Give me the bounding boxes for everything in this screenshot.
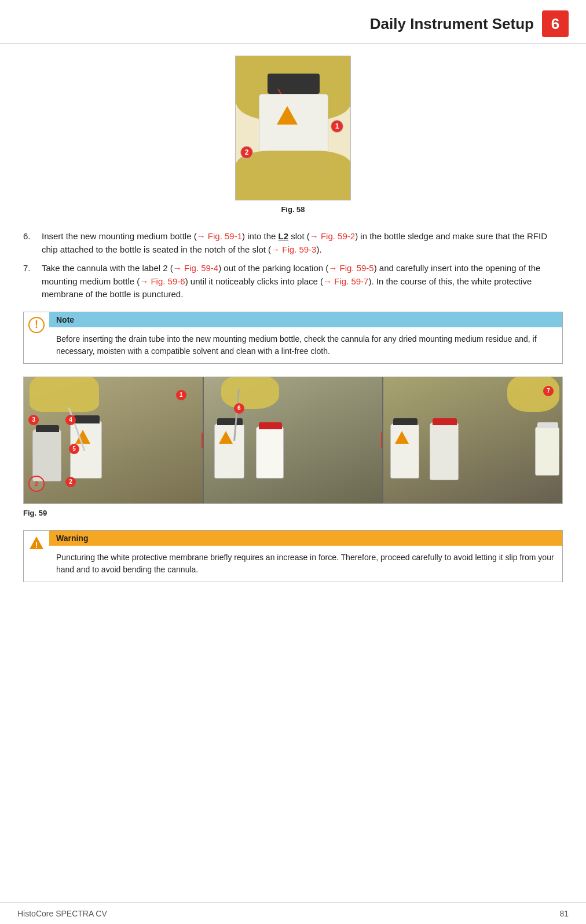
label-7-p3: 7 <box>543 386 554 396</box>
bottle-cap-p3m <box>433 418 457 425</box>
step-7-number: 7. <box>23 262 42 301</box>
glove-p2 <box>221 377 279 409</box>
glove-p1 <box>30 377 99 412</box>
warning-icon-column: ! <box>24 531 49 582</box>
label-2-badge: 2 <box>240 146 253 159</box>
svg-text:!: ! <box>35 540 38 550</box>
bottle-p3-left <box>390 423 419 479</box>
bottle-p3-mid <box>430 422 459 480</box>
bottle-p3-right <box>535 426 559 476</box>
bottle-p2-left <box>214 423 244 479</box>
bottle-cap-p1l <box>36 425 59 432</box>
page-header: Daily Instrument Setup 6 <box>0 0 586 44</box>
chapter-badge: 6 <box>542 10 569 37</box>
bottle-cap-p2r <box>259 422 282 429</box>
instruction-steps: 6. Insert the new mounting medium bottle… <box>23 230 563 301</box>
bottle-cap-p2l <box>217 418 243 425</box>
bottle-p3l-icon <box>395 431 409 444</box>
page-footer: HistoCore SPECTRA CV 81 <box>0 902 586 924</box>
label-1-p1: 1 <box>176 390 186 400</box>
label-6-p2: 6 <box>234 403 244 414</box>
warning-triangle-icon: ! <box>28 535 45 552</box>
label-2-p1: 2 <box>65 477 76 487</box>
bottle-p1-left <box>32 429 61 481</box>
figure-58-image: 1 2 <box>235 56 351 200</box>
warning-box: ! Warning Puncturing the white protectiv… <box>23 530 563 582</box>
note-exclamation-icon: ! <box>28 317 45 333</box>
step-6-ref-1: → Fig. 59-1 <box>197 231 242 241</box>
label-3-p1: 3 <box>28 415 39 425</box>
warning-svg: ! <box>28 535 45 552</box>
step-6-slot-label: L2 <box>279 231 289 241</box>
label-5-p1: 5 <box>69 444 79 454</box>
circle-label-2: 2 <box>28 476 45 492</box>
step-7-ref-5: → Fig. 59-5 <box>328 263 373 273</box>
step-7-ref-6: → Fig. 59-6 <box>140 276 185 286</box>
chapter-title: Daily Instrument Setup <box>370 15 534 33</box>
bottle-cap-p3r <box>537 422 558 428</box>
figure-58-container: 1 2 Fig. 58 <box>23 56 563 214</box>
step-7-text: Take the cannula with the label 2 (→ Fig… <box>42 262 563 301</box>
bottle-top-cap <box>268 74 320 94</box>
footer-page-number: 81 <box>559 909 569 918</box>
fig-59-caption: Fig. 59 <box>23 509 563 517</box>
step-6-text: Insert the new mounting medium bottle (→… <box>42 230 563 256</box>
step-7-ref-4: → Fig. 59-4 <box>173 263 218 273</box>
fig59-panel-1: 1 3 4 5 2 2 <box>24 377 203 503</box>
bottle-p2l-icon <box>219 431 233 444</box>
glove-bottom-decoration <box>236 151 351 200</box>
note-header-label: Note <box>49 312 562 327</box>
step-6: 6. Insert the new mounting medium bottle… <box>23 230 563 256</box>
warning-header-label: Warning <box>49 531 562 546</box>
bottle-cap-p3l <box>393 418 417 425</box>
note-icon-column: ! <box>24 312 49 363</box>
note-box: ! Note Before inserting the drain tube i… <box>23 312 563 364</box>
main-content: 1 2 Fig. 58 6. Insert the new mounting m… <box>0 44 586 594</box>
bottle-p2-right <box>256 426 284 479</box>
warning-body-text: Puncturing the white protective membrane… <box>49 546 562 582</box>
note-content: Note Before inserting the drain tube int… <box>49 312 562 363</box>
bottle-warning-icon <box>277 106 298 125</box>
warning-content: Warning Puncturing the white protective … <box>49 531 562 582</box>
label-1-badge: 1 <box>331 120 343 133</box>
step-6-number: 6. <box>23 230 42 256</box>
figure-59-container: 1 3 4 5 2 2 <box>23 377 563 517</box>
fig59-panel-2: 6 <box>203 377 383 503</box>
arrow-2-3 <box>381 432 382 448</box>
step-6-ref-3: → Fig. 59-3 <box>271 244 316 254</box>
label-4-p1: 4 <box>65 415 76 425</box>
step-6-ref-2: → Fig. 59-2 <box>310 231 355 241</box>
fig59-panel-3: 7 <box>382 377 562 503</box>
arrow-1-2 <box>202 432 203 448</box>
note-body-text: Before inserting the drain tube into the… <box>49 327 562 363</box>
footer-brand-name: HistoCore SPECTRA CV <box>17 909 107 918</box>
bottle-cap-p1m <box>74 415 100 423</box>
figure-59-image: 1 3 4 5 2 2 <box>23 377 563 504</box>
fig-58-caption: Fig. 58 <box>281 205 305 214</box>
step-7: 7. Take the cannula with the label 2 (→ … <box>23 262 563 301</box>
step-7-ref-7: → Fig. 59-7 <box>323 276 368 286</box>
